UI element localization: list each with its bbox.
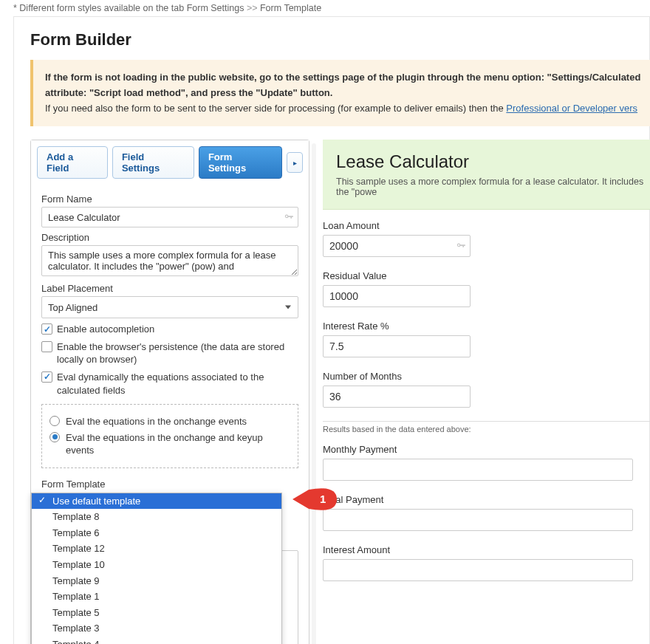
tabs: Add a Field Field Settings Form Settings… <box>31 140 309 179</box>
template-option[interactable]: Template 3 <box>32 620 281 637</box>
monthly-payment-output[interactable] <box>323 459 633 481</box>
radio-onchange-label: Eval the equations in the onchange event… <box>66 415 247 428</box>
eval-radio-group: Eval the equations in the onchange event… <box>41 404 298 468</box>
notice-line1b: attribute: "Script load method", and pre… <box>45 87 332 98</box>
description-label: Description <box>41 232 298 243</box>
residual-value-label: Residual Value <box>323 270 650 281</box>
notice-line2-pre: If you need also the form to be sent to … <box>45 103 506 114</box>
template-option[interactable]: Use default template <box>32 493 281 510</box>
preview-title: Lease Calculator <box>336 151 650 172</box>
scrollbar[interactable] <box>312 143 316 644</box>
description-textarea[interactable]: This sample uses a more complex formula … <box>41 245 298 276</box>
checkbox-autocomplete-label: Enable autocompletion <box>57 323 154 336</box>
checkbox-autocomplete[interactable] <box>41 323 52 335</box>
form-preview: Lease Calculator This sample uses a more… <box>323 140 649 644</box>
monthly-payment-label: Monthly Payment <box>323 444 650 455</box>
interest-amount-output[interactable] <box>323 559 633 581</box>
label-placement-select[interactable]: Top Aligned <box>41 296 298 318</box>
interest-rate-input[interactable] <box>323 335 471 357</box>
top-hint: * Different form styles available on the… <box>0 0 650 16</box>
radio-onchange[interactable] <box>49 416 60 426</box>
template-option[interactable]: Template 10 <box>32 557 281 573</box>
tab-field-settings[interactable]: Field Settings <box>112 146 194 179</box>
tab-add-field[interactable]: Add a Field <box>37 146 108 179</box>
months-label: Number of Months <box>323 371 650 382</box>
page-title: Form Builder <box>14 17 649 60</box>
form-template-dropdown-list: Use default templateTemplate 8Template 6… <box>31 493 282 644</box>
loan-amount-label: Loan Amount <box>323 220 650 231</box>
template-option[interactable]: Template 8 <box>32 509 281 525</box>
months-input[interactable] <box>323 386 471 408</box>
preview-header: Lease Calculator This sample uses a more… <box>323 140 650 210</box>
loan-amount-input[interactable] <box>323 235 471 257</box>
tabs-next-arrow[interactable]: ▸ <box>287 152 303 173</box>
preview-subtitle: This sample uses a more complex formula … <box>336 177 650 197</box>
notice-banner: If the form is not loading in the public… <box>30 60 650 126</box>
autofill-key-icon <box>284 212 294 222</box>
template-option[interactable]: Template 9 <box>32 573 281 589</box>
checkbox-persistence[interactable] <box>41 341 52 352</box>
total-payment-output[interactable] <box>323 509 633 531</box>
template-option[interactable]: Template 6 <box>32 525 281 541</box>
page-container: Form Builder If the form is not loading … <box>13 16 650 644</box>
radio-onchange-keyup[interactable] <box>49 432 60 442</box>
form-template-label: Form Template <box>41 479 298 490</box>
form-name-input[interactable] <box>41 207 298 227</box>
radio-onchange-keyup-label: Eval the equations in the onchange and k… <box>66 431 290 457</box>
settings-panel: Add a Field Field Settings Form Settings… <box>30 140 309 644</box>
autofill-key-icon <box>456 241 466 251</box>
interest-amount-label: Interest Amount <box>323 544 650 555</box>
checkbox-persistence-label: Enable the browser's persistence (the da… <box>57 340 298 366</box>
template-option[interactable]: Template 12 <box>32 541 281 557</box>
checkbox-eval-dynamic[interactable] <box>41 371 52 383</box>
notice-upgrade-link[interactable]: Professional or Developer vers <box>506 103 637 114</box>
template-option[interactable]: Template 4 <box>32 637 281 644</box>
template-option[interactable]: Template 5 <box>32 605 281 621</box>
residual-value-input[interactable] <box>323 285 471 307</box>
total-payment-label: Total Payment <box>323 494 650 505</box>
label-placement-label: Label Placement <box>41 283 298 294</box>
checkbox-eval-dynamic-label: Eval dynamically the equations associate… <box>57 371 298 397</box>
notice-line1a: If the form is not loading in the public… <box>45 72 640 83</box>
form-name-label: Form Name <box>41 193 298 205</box>
results-note: Results based in the data entered above: <box>323 421 650 434</box>
template-option[interactable]: Template 1 <box>32 589 281 605</box>
tab-form-settings[interactable]: Form Settings <box>199 146 282 179</box>
callout-1: 1 <box>292 488 337 510</box>
interest-rate-label: Interest Rate % <box>323 321 650 332</box>
